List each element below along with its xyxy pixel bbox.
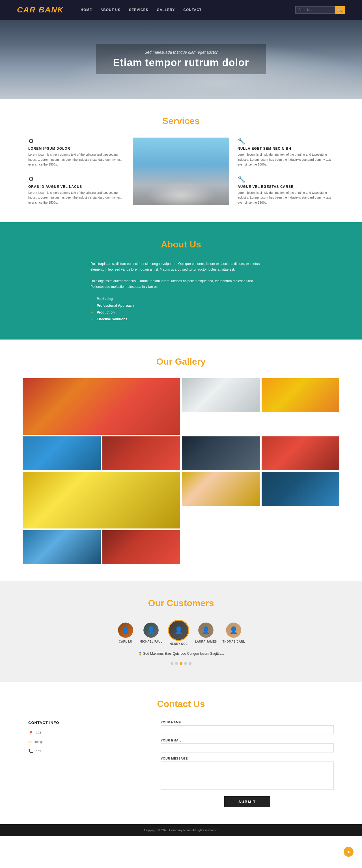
services-title: Services	[28, 116, 334, 126]
service-text-3: Lorem ipsum is simply dummy text of the …	[238, 152, 334, 167]
service-title-3: NULLA EGET SEM NEC NIBH	[238, 147, 334, 151]
about-list: Marketing Professional Approach Producti…	[90, 296, 272, 322]
gallery-item-2[interactable]	[182, 378, 260, 412]
logo[interactable]: CAR BANK	[17, 5, 64, 14]
gallery-section: Our Gallery	[0, 340, 362, 581]
avatar-image-4: 👤	[198, 623, 214, 638]
gear-icon-1: ⚙	[28, 137, 124, 145]
avatar-5[interactable]: 👤	[225, 622, 242, 639]
avatar-3-active[interactable]: 👤	[168, 620, 189, 641]
main-nav: HOME ABOUT US SERVICES GALLERY CONTACT	[81, 8, 295, 12]
gear-icon-2: ⚙	[28, 176, 124, 183]
service-title-4: AUGUE VEL EGESTAS CARSE	[238, 185, 334, 189]
service-item-3: 🔧 NULLA EGET SEM NEC NIBH Lorem ipsum is…	[238, 137, 334, 167]
location-icon: 📍	[28, 731, 33, 735]
wrench-icon-2: 🔧	[238, 176, 334, 183]
avatar-name-4: LAURA JAMES	[195, 640, 217, 643]
contact-info: CONTACT INFO 📍 123 ✉ info@ 📞 456	[28, 720, 144, 807]
message-label: YOUR MESSAGE	[161, 757, 334, 760]
services-section: Services ⚙ LOREM IPSUM DOLOR Lorem ipsum…	[0, 99, 362, 222]
quote-mark-open: 🏅	[138, 652, 143, 656]
gallery-item-11[interactable]	[23, 530, 101, 564]
search-input[interactable]	[295, 6, 335, 13]
dot-1[interactable]	[170, 662, 173, 665]
carousel-dots	[23, 662, 339, 665]
email-input[interactable]	[161, 743, 334, 752]
gallery-item-12[interactable]	[102, 530, 180, 564]
phone-icon: 📞	[28, 749, 33, 753]
wrench-icon-1: 🔧	[238, 137, 334, 145]
nav-services[interactable]: SERVICES	[129, 8, 148, 12]
contact-phone: 456	[36, 748, 41, 753]
about-list-item-4: Effective Solutions	[90, 316, 272, 322]
nav-home[interactable]: HOME	[81, 8, 92, 12]
hero-title: Etiam tempor rutrum dolor	[113, 57, 249, 69]
customers-title: Our Customers	[23, 598, 339, 609]
contact-grid: CONTACT INFO 📍 123 ✉ info@ 📞 456 YOUR NA…	[28, 720, 334, 807]
services-left: ⚙ LOREM IPSUM DOLOR Lorem ipsum is simpl…	[28, 137, 124, 205]
hero-section: Sed malesuada tristique diam eget auctor…	[0, 20, 362, 99]
avatar-name-3: HENRY DOE	[170, 642, 188, 645]
email-icon: ✉	[28, 740, 32, 744]
gallery-item-4[interactable]	[23, 436, 101, 470]
name-form-group: YOUR NAME	[161, 720, 334, 734]
message-form-group: YOUR MESSAGE	[161, 757, 334, 790]
about-title: About Us	[28, 239, 334, 250]
message-textarea[interactable]	[161, 762, 334, 790]
contact-section: Contact Us CONTACT INFO 📍 123 ✉ info@ 📞 …	[0, 682, 362, 824]
gallery-item-10[interactable]	[261, 472, 340, 506]
name-input[interactable]	[161, 725, 334, 734]
about-section: About Us Duis turpis arcu, dictum eu tin…	[0, 222, 362, 340]
avatar-1[interactable]: 👤	[117, 622, 134, 639]
service-item-1: ⚙ LOREM IPSUM DOLOR Lorem ipsum is simpl…	[28, 137, 124, 167]
avatar-col-4: 👤 LAURA JAMES	[195, 622, 217, 643]
customers-section: Our Customers 👤 CARL LU 👤 MICHAEL PAUL 👤…	[0, 581, 362, 682]
gallery-item-8[interactable]	[23, 472, 180, 528]
hero-subtitle: Sed malesuada tristique diam eget auctor	[113, 50, 249, 55]
gallery-item-5[interactable]	[102, 436, 180, 470]
contact-email: info@	[34, 740, 43, 744]
avatar-2[interactable]: 👤	[142, 622, 160, 639]
email-form-group: YOUR EMAIL	[161, 739, 334, 752]
contact-info-title: CONTACT INFO	[28, 720, 144, 725]
services-image-inner	[133, 137, 229, 205]
about-list-item-2: Professional Approach	[90, 302, 272, 309]
gallery-item-9[interactable]	[182, 472, 260, 506]
services-grid: ⚙ LOREM IPSUM DOLOR Lorem ipsum is simpl…	[28, 137, 334, 205]
hero-content: Sed malesuada tristique diam eget auctor…	[96, 44, 266, 74]
about-paragraph-1: Duis turpis arcu, dictum eu tincidunt si…	[90, 261, 272, 273]
submit-button[interactable]: SUBMIT	[224, 796, 270, 807]
gallery-grid	[23, 378, 339, 564]
dot-2[interactable]	[175, 662, 178, 665]
avatar-col-1: 👤 CARL LU	[117, 622, 134, 643]
quote-text: Sed Maximus Eros Quis Leo Congue Ipsum S…	[143, 652, 224, 656]
gallery-item-7[interactable]	[261, 436, 340, 470]
search-button[interactable]: 🔍	[335, 6, 345, 14]
avatar-name-1: CARL LU	[119, 640, 132, 643]
nav-about[interactable]: ABOUT US	[101, 8, 120, 12]
contact-phone-item: 📞 456	[28, 748, 144, 753]
gallery-item-1[interactable]	[23, 378, 180, 435]
service-item-2: ⚙ ORAS ID AUGUE VEL LACUS Lorem ipsum is…	[28, 176, 124, 205]
service-title-2: ORAS ID AUGUE VEL LACUS	[28, 185, 124, 189]
gallery-item-6[interactable]	[182, 436, 260, 470]
avatar-name-2: MICHAEL PAUL	[140, 640, 163, 643]
avatar-4[interactable]: 👤	[197, 622, 214, 639]
dot-4[interactable]	[184, 662, 187, 665]
contact-address: 123	[36, 731, 41, 735]
contact-form: YOUR NAME YOUR EMAIL YOUR MESSAGE SUBMIT	[161, 720, 334, 807]
nav-contact[interactable]: CONTACT	[183, 8, 202, 12]
service-text-2: Lorem ipsum is simply dummy text of the …	[28, 190, 124, 205]
gallery-title: Our Gallery	[23, 356, 339, 367]
gallery-item-3[interactable]	[261, 378, 340, 412]
avatar-image-2: 👤	[143, 623, 159, 638]
name-label: YOUR NAME	[161, 720, 334, 724]
header: CAR BANK HOME ABOUT US SERVICES GALLERY …	[0, 0, 362, 20]
about-list-item-1: Marketing	[90, 296, 272, 302]
contact-email-item: ✉ info@	[28, 740, 144, 744]
service-title-1: LOREM IPSUM DOLOR	[28, 147, 124, 151]
dot-5[interactable]	[189, 662, 192, 665]
nav-gallery[interactable]: GALLERY	[157, 8, 175, 12]
services-center-image	[133, 137, 229, 205]
dot-3-active[interactable]	[179, 662, 183, 665]
